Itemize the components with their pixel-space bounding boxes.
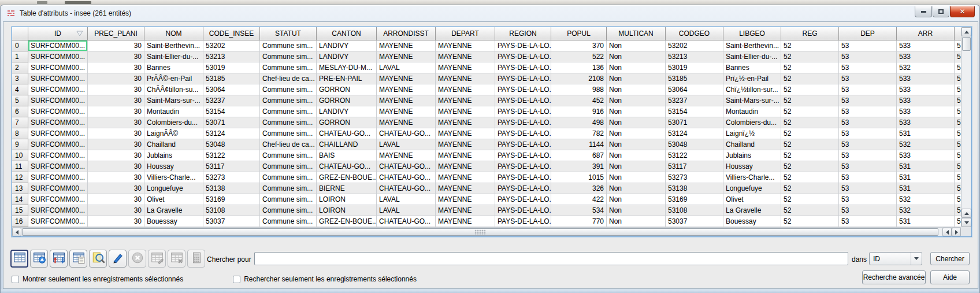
column-header-dep[interactable]: DEP (839, 27, 897, 40)
table-cell[interactable]: PAYS-DE-LA-LO... (495, 194, 551, 205)
table-cell[interactable]: 53202 (666, 40, 723, 51)
table-cell[interactable]: LANDIVY (317, 106, 377, 117)
table-cell[interactable]: Villiers-Charle... (723, 172, 781, 183)
table-cell[interactable]: 52 (781, 150, 839, 161)
table-cell[interactable]: Saint-Mars-sur-... (144, 95, 203, 106)
table-cell[interactable]: 533 (897, 51, 955, 62)
table-cell[interactable]: 53037 (203, 216, 260, 227)
table-cell[interactable]: 52 (781, 95, 839, 106)
table-cell[interactable]: PAYS-DE-LA-LO... (495, 139, 551, 150)
table-cell[interactable]: PAYS-DE-LA-LO... (495, 205, 551, 216)
column-header-codgeo[interactable]: CODGEO (666, 27, 723, 40)
column-header-prec_plani[interactable]: PREC_PLANI (88, 27, 144, 40)
table-cell[interactable]: 53237 (203, 95, 260, 106)
table-cell[interactable]: MAYENNE (436, 51, 495, 62)
table-cell[interactable]: Commune sim... (260, 194, 317, 205)
close-button[interactable]: ✕ (950, 6, 975, 17)
table-cell[interactable]: 326 (551, 183, 607, 194)
table-cell[interactable]: MAYENNE (377, 117, 436, 128)
table-cell[interactable]: 53 (955, 205, 961, 216)
table-cell[interactable]: 533 (897, 73, 955, 84)
column-header-code_insee[interactable]: CODE_INSEE (203, 27, 260, 40)
table-cell[interactable]: 422 (551, 194, 607, 205)
row-header[interactable]: 10 (12, 150, 28, 161)
table-cell[interactable]: Houssay (723, 161, 781, 172)
vertical-scroll-track[interactable] (962, 36, 971, 209)
table-cell[interactable]: 52 (781, 51, 839, 62)
table-cell[interactable]: 53 (839, 150, 897, 161)
table-cell[interactable]: LAVAL (377, 205, 436, 216)
table-cell[interactable]: 30 (88, 117, 144, 128)
table-cell[interactable]: 53 (839, 117, 897, 128)
table-cell[interactable]: GORRON (317, 84, 377, 95)
table-cell[interactable]: PAYS-DE-LA-LO... (495, 84, 551, 95)
table-cell[interactable]: 53 (839, 62, 897, 73)
table-cell[interactable]: MAYENNE (377, 51, 436, 62)
table-cell[interactable]: 532 (897, 194, 955, 205)
table-cell[interactable]: 53 (955, 117, 961, 128)
horizontal-scroll-thumb[interactable] (22, 228, 938, 236)
table-cell[interactable]: Laignï¿½ (723, 128, 781, 139)
table-cell[interactable]: 53 (955, 194, 961, 205)
table-cell[interactable]: 687 (551, 150, 607, 161)
table-cell[interactable]: 53 (839, 172, 897, 183)
table-cell[interactable]: MAYENNE (377, 73, 436, 84)
minimize-button[interactable] (915, 6, 932, 17)
table-cell[interactable]: Saint-Mars-sur-... (723, 95, 781, 106)
table-cell[interactable]: 53185 (203, 73, 260, 84)
table-cell[interactable]: Non (607, 183, 666, 194)
horizontal-scroll-track[interactable] (21, 228, 942, 236)
table-cell[interactable]: 498 (551, 117, 607, 128)
table-cell[interactable]: 370 (551, 40, 607, 51)
table-cell[interactable]: 52 (781, 106, 839, 117)
table-cell[interactable]: 30 (88, 62, 144, 73)
table-cell[interactable]: SURFCOMM00... (28, 106, 88, 117)
row-header[interactable]: 11 (12, 161, 28, 172)
column-header-depart[interactable]: DEPART (436, 27, 495, 40)
table-cell[interactable]: PAYS-DE-LA-LO... (495, 183, 551, 194)
table-cell[interactable]: 30 (88, 73, 144, 84)
table-cell[interactable]: 136 (551, 62, 607, 73)
invert-selection-button[interactable] (50, 250, 68, 268)
table-cell[interactable]: Bannes (723, 62, 781, 73)
table-cell[interactable]: 53169 (666, 194, 723, 205)
table-cell[interactable]: 531 (897, 172, 955, 183)
table-cell[interactable]: PAYS-DE-LA-LO... (495, 161, 551, 172)
table-cell[interactable]: Non (607, 40, 666, 51)
search-selected-checkbox[interactable] (233, 276, 240, 283)
table-cell[interactable]: MAYENNE (377, 106, 436, 117)
table-cell[interactable]: Non (607, 106, 666, 117)
table-cell[interactable]: 53154 (666, 106, 723, 117)
table-cell[interactable]: Commune sim... (260, 172, 317, 183)
scroll-left-button-right[interactable] (942, 228, 952, 236)
table-cell[interactable]: 52 (781, 117, 839, 128)
row-header[interactable]: 3 (12, 73, 28, 84)
table-cell[interactable]: 53064 (203, 84, 260, 95)
table-cell[interactable]: LANDIVY (317, 51, 377, 62)
table-cell[interactable]: Bouessay (144, 216, 203, 227)
table-cell[interactable]: 30 (88, 194, 144, 205)
table-cell[interactable]: 53169 (203, 194, 260, 205)
table-cell[interactable]: PAYS-DE-LA-LO... (495, 150, 551, 161)
table-cell[interactable]: 53048 (203, 139, 260, 150)
table-cell[interactable]: 53 (839, 205, 897, 216)
search-button[interactable]: Chercher (930, 252, 970, 265)
title-bar[interactable]: Table d'attributs - insee (261 entités) … (1, 5, 979, 21)
table-cell[interactable]: 30 (88, 161, 144, 172)
help-button[interactable]: Aide (930, 270, 970, 284)
table-cell[interactable]: SURFCOMM00... (28, 40, 88, 51)
table-cell[interactable]: CHAILLAND (317, 139, 377, 150)
table-cell[interactable]: 53117 (203, 161, 260, 172)
table-cell[interactable]: SURFCOMM00... (28, 183, 88, 194)
table-cell[interactable]: Non (607, 51, 666, 62)
table-cell[interactable]: Olivet (723, 194, 781, 205)
table-cell[interactable]: 52 (781, 73, 839, 84)
column-header-id[interactable]: ID (28, 27, 88, 40)
table-cell[interactable]: Non (607, 172, 666, 183)
table-cell[interactable]: Commune sim... (260, 216, 317, 227)
table-cell[interactable]: 532 (897, 62, 955, 73)
table-cell[interactable]: MAYENNE (436, 172, 495, 183)
copy-selected-rows-button[interactable] (69, 250, 87, 268)
table-cell[interactable]: 1015 (551, 172, 607, 183)
column-header-clipped[interactable] (955, 27, 961, 40)
